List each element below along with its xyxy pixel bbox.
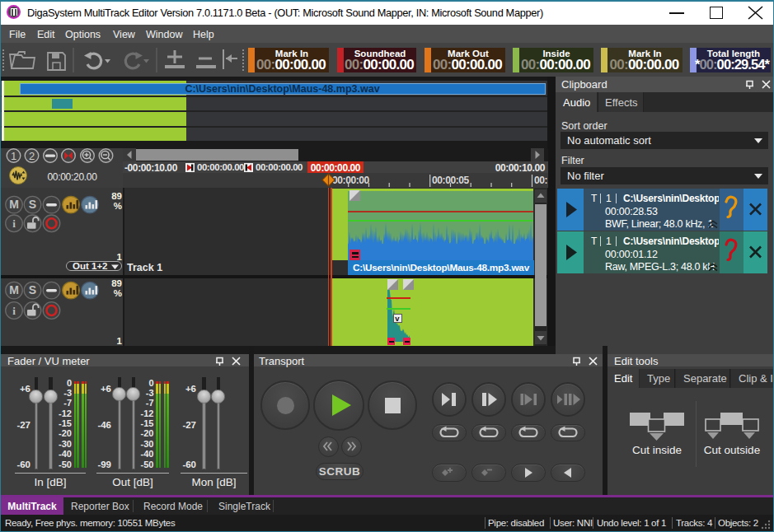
svg-text:S: S (29, 283, 36, 296)
svg-text:M: M (9, 283, 19, 296)
svg-text:M: M (9, 198, 19, 211)
svg-text:i: i (12, 217, 16, 230)
svg-text:S: S (29, 198, 36, 211)
svg-text:2: 2 (29, 150, 35, 162)
svg-text:i: i (12, 305, 16, 317)
svg-text:1: 1 (11, 150, 16, 162)
